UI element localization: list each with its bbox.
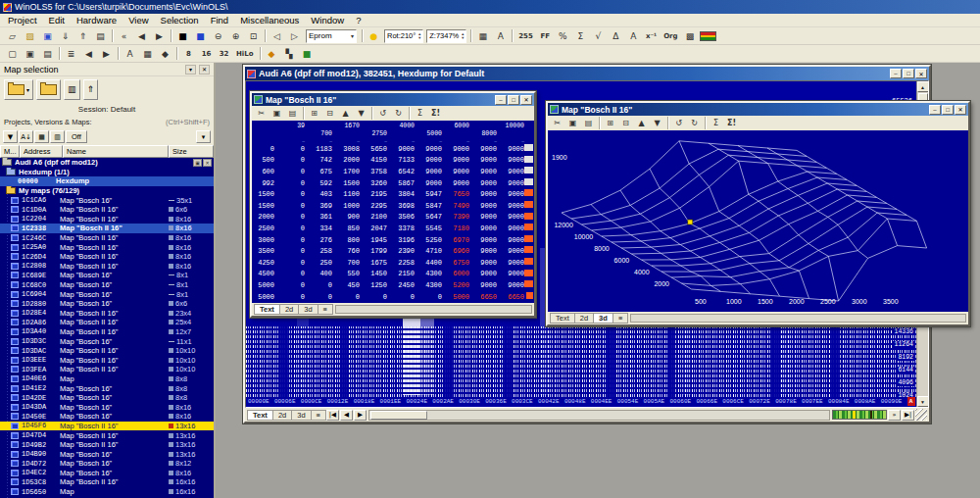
map-cell[interactable]: 900 — [332, 213, 360, 221]
map-cell[interactable]: 1100 — [332, 190, 360, 198]
map-cell[interactable]: 3506 — [387, 213, 415, 221]
prev-difference-button[interactable]: ◁ — [269, 28, 285, 43]
map-cell[interactable]: 9000 — [415, 179, 442, 187]
tree-row-map[interactable]: 1D3EEEMap "Bosch II 16"10x10 — [0, 355, 214, 365]
tab-2d[interactable]: 2d — [279, 304, 299, 315]
insert-cells-button[interactable]: ⊞ — [603, 117, 617, 129]
map-3d-window[interactable]: Map "Bosch II 16" – □ ✕ ✂▣▤⊞⊟▲▼↺↻ΣΣ! 190… — [546, 101, 970, 326]
maximize-button[interactable]: □ — [942, 105, 954, 115]
chevron-down-icon[interactable]: ▾ — [196, 130, 211, 143]
sqrt-button[interactable]: √ — [590, 28, 607, 43]
map-cell[interactable]: 403 — [305, 190, 332, 198]
map-cell[interactable]: 4710 — [415, 247, 442, 255]
map-tree[interactable]: Audi A6 (dpf off mod12)▣✕Hexdump (1/1)00… — [0, 158, 214, 498]
map-cell[interactable]: 6000 — [442, 270, 469, 277]
tree-row-map[interactable]: 1D49B2Map "Bosch II 16"13x16 — [0, 440, 214, 450]
map-cell[interactable]: 9000 — [469, 145, 497, 153]
panel-close-button[interactable]: ✕ — [199, 65, 210, 75]
map-cell[interactable]: 1700 — [332, 168, 360, 175]
export-maps-button[interactable]: ⇑ — [83, 79, 99, 100]
increase-value-button[interactable]: ▲ — [338, 107, 353, 120]
tree-row-map[interactable]: 1D42DEMap "Bosch 16"8x8 — [0, 393, 214, 403]
decimal-mode-button[interactable]: 255 — [515, 28, 536, 43]
map-cell[interactable]: 1945 — [360, 236, 387, 244]
delete-cells-button[interactable]: ⊟ — [618, 117, 633, 129]
tree-row-map[interactable]: 1D3A40Map "Bosch II 16"12x7 — [0, 327, 214, 337]
map-cell[interactable]: 9000 — [469, 224, 497, 232]
tree-row-map[interactable]: 1D2880Map "Bosch 16"6x6 — [0, 299, 214, 309]
column-size[interactable]: Size — [169, 145, 214, 158]
maximize-button[interactable]: □ — [903, 69, 914, 78]
original-compare-button[interactable]: Org — [661, 28, 680, 43]
map-cell[interactable]: 9000 — [415, 145, 442, 153]
map-cell[interactable]: 9000 — [442, 168, 469, 175]
import-file-button[interactable]: ⇓ — [57, 28, 74, 43]
map2d-table[interactable]: 3916704000600010000 700275050008000 ––––… — [252, 121, 534, 303]
scrollbar-thumb[interactable] — [370, 411, 427, 420]
apply-button[interactable]: Σ! — [724, 117, 739, 129]
map-cell[interactable]: 2390 — [387, 247, 415, 255]
map-cell[interactable]: 3260 — [360, 179, 387, 187]
map-cell[interactable]: 9000 — [497, 145, 524, 153]
map-cell[interactable]: 9000 — [469, 168, 497, 175]
tree-row-map[interactable]: 1C25A0Map "Bosch II 16"8x16 — [0, 242, 214, 252]
insert-cells-button[interactable]: ⊞ — [307, 107, 321, 120]
tab-text[interactable]: Text — [247, 410, 273, 421]
map-cell[interactable]: 1450 — [360, 270, 387, 277]
hex-mode-button[interactable]: FF — [537, 28, 554, 43]
map2d-titlebar[interactable]: Map "Bosch II 16" – □ ✕ — [252, 93, 534, 106]
column-address[interactable]: Address — [20, 145, 63, 158]
map-cell[interactable]: 592 — [305, 179, 332, 187]
map-cell[interactable]: 4300 — [415, 281, 442, 289]
zoom-field[interactable]: Z:7347% ▲▼ — [426, 29, 466, 43]
copy-button[interactable]: ▣ — [565, 117, 580, 129]
open-folder-button[interactable] — [36, 79, 61, 100]
tree-row-map[interactable]: 1D40E6Map8x8 — [0, 374, 214, 384]
map-cell[interactable]: 3804 — [387, 190, 415, 198]
tab-text[interactable]: Text — [254, 304, 280, 315]
map-cell[interactable]: 9000 — [469, 270, 497, 277]
map-cell[interactable]: 5000 — [442, 293, 469, 301]
tab-list-button[interactable]: ≡ — [612, 313, 628, 324]
spinner-arrows-icon[interactable]: ▲▼ — [461, 32, 465, 40]
tree-group-mymaps[interactable]: My maps (76/129) — [0, 186, 214, 196]
map-next-button[interactable]: ▶ — [98, 46, 115, 61]
map-cell[interactable]: 361 — [305, 213, 332, 221]
tree-row-map[interactable]: 1C1D0AMap "Bosch II 16"6x6 — [0, 205, 214, 215]
sigma-button[interactable]: Σ — [572, 28, 589, 43]
tab-text[interactable]: Text — [550, 313, 575, 324]
map-cell[interactable]: 0 — [277, 179, 305, 187]
menu-item-view[interactable]: View — [122, 15, 154, 25]
tree-list-button[interactable]: ▣ — [193, 159, 202, 167]
minimize-button[interactable]: – — [890, 69, 902, 78]
ascii-button[interactable]: A — [625, 28, 642, 43]
map-cell[interactable]: 9000 — [497, 281, 524, 289]
column-marked[interactable]: M... — [0, 145, 20, 158]
tree-row-map[interactable]: 1C689EMap "Bosch 16"8x1 — [0, 271, 214, 280]
color-swatch-black[interactable]: ■ — [174, 28, 191, 43]
resize-grip[interactable] — [915, 409, 927, 421]
map-cell[interactable]: 9000 — [469, 281, 497, 289]
map-cell[interactable]: 5545 — [415, 224, 442, 232]
map-cell[interactable]: 5867 — [387, 179, 415, 187]
map-2d-window[interactable]: Map "Bosch II 16" – □ ✕ ✂▣▤⊞⊟▲▼↺↻ΣΣ! 391… — [250, 91, 536, 318]
map-cell[interactable]: 6960 — [442, 247, 469, 255]
close-button[interactable]: ✕ — [915, 69, 927, 78]
go-fast-forward-button[interactable]: » — [888, 410, 901, 421]
menu-item-miscellaneous[interactable]: Miscellaneous — [234, 15, 305, 25]
horizontal-scrollbar[interactable] — [368, 410, 830, 421]
view-text-button[interactable]: A — [122, 46, 138, 61]
map-cell[interactable]: 9000 — [497, 168, 524, 175]
paste-button[interactable]: ▤ — [285, 107, 300, 120]
map-cell[interactable]: 9000 — [442, 179, 469, 187]
map-cell[interactable]: 3008 — [332, 145, 360, 153]
save-project-button[interactable]: ▣ — [39, 28, 56, 43]
map-cell[interactable]: 6650 — [497, 293, 524, 301]
text-view-button[interactable]: A — [492, 28, 509, 43]
map-cell[interactable]: 9000 — [469, 190, 497, 198]
map-cell[interactable]: 334 — [305, 224, 332, 232]
tree-row-map[interactable]: 1D3FEAMap "Bosch II 16"10x10 — [0, 365, 214, 374]
increase-value-button[interactable]: ▲ — [634, 117, 649, 129]
horizontal-scrollbar[interactable] — [335, 305, 532, 314]
map-cell[interactable]: 0 — [277, 247, 305, 255]
